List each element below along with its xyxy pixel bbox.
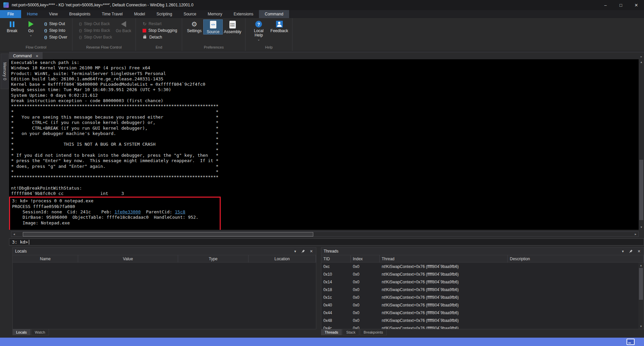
scroll-right-icon[interactable]: ► bbox=[633, 232, 638, 236]
command-input-row[interactable]: 3: kd> bbox=[9, 238, 644, 246]
thread-row[interactable]: 0x100x0nt!KiSwapContext+0x76 (fffff804`9… bbox=[321, 270, 638, 278]
console-line: ****************************************… bbox=[9, 103, 639, 109]
step-over-button[interactable]: {} Step Over bbox=[42, 34, 69, 41]
scroll-up-icon[interactable]: ▲ bbox=[638, 263, 644, 268]
locals-column-name[interactable]: Name bbox=[13, 255, 78, 262]
threads-column-tid[interactable]: TID bbox=[321, 255, 351, 262]
bottom-tab-watch[interactable]: Watch bbox=[31, 329, 49, 335]
menu-tab-view[interactable]: View bbox=[43, 10, 63, 18]
local-help-button[interactable]: ? Local Help ⌄ bbox=[248, 20, 269, 41]
console-line: * If you did not intend to break into th… bbox=[9, 153, 639, 158]
group-label-reverse-flow-control: Reverse Flow Control bbox=[72, 45, 136, 51]
settings-button[interactable]: ⚙ Settings bbox=[185, 20, 204, 33]
threads-scrollbar-thumb[interactable] bbox=[639, 268, 643, 300]
dml-link[interactable]: 1fe0e33000 bbox=[114, 209, 141, 214]
scroll-down-icon[interactable]: ▼ bbox=[639, 224, 644, 230]
step-out-back-button[interactable]: {} Step Out Back bbox=[77, 20, 114, 27]
threads-vertical-scrollbar[interactable]: ▲ ▼ bbox=[638, 263, 644, 329]
restart-button[interactable]: ↻ Restart bbox=[141, 20, 179, 27]
menu-tab-file[interactable]: File bbox=[0, 10, 21, 18]
locals-column-value[interactable]: Value bbox=[78, 255, 178, 262]
bottom-tab-stack[interactable]: Stack bbox=[342, 329, 359, 335]
command-output[interactable]: Executable search path is: Windows 10 Ke… bbox=[9, 59, 639, 230]
thread-cell: 0x0 bbox=[351, 303, 380, 307]
threads-panel-title: Threads bbox=[324, 249, 338, 254]
menu-tab-scripting[interactable]: Scripting bbox=[151, 10, 178, 18]
go-button[interactable]: Go ⌄ bbox=[21, 20, 40, 37]
maximize-button[interactable]: □ bbox=[613, 0, 629, 10]
menu-tab-extensions[interactable]: Extensions bbox=[228, 10, 259, 18]
locals-pin-icon[interactable] bbox=[301, 249, 306, 253]
step-out-button[interactable]: {} Step Out bbox=[42, 20, 69, 27]
thread-row[interactable]: 0x4c0x0nt!KiSwapContext+0x76 (fffff804`9… bbox=[321, 324, 638, 329]
scroll-left-icon[interactable]: ◄ bbox=[11, 232, 17, 236]
stop-debugging-button[interactable]: Stop Debugging bbox=[141, 27, 179, 34]
menu-tab-command[interactable]: Command bbox=[259, 10, 289, 18]
sidebar-tab-memory-0[interactable]: Memory 0 bbox=[1, 54, 9, 89]
menu-tab-source[interactable]: Source bbox=[178, 10, 202, 18]
status-console-icon[interactable] bbox=[627, 339, 635, 345]
bottom-tab-threads[interactable]: Threads bbox=[321, 329, 342, 335]
thread-row[interactable]: 0x480x0nt!KiSwapContext+0x76 (fffff804`9… bbox=[321, 317, 638, 324]
threads-pin-icon[interactable] bbox=[629, 249, 633, 253]
thread-row[interactable]: 0x400x0nt!KiSwapContext+0x76 (fffff804`9… bbox=[321, 301, 638, 309]
thread-row[interactable]: 0xc0x0nt!KiSwapContext+0x76 (fffff804`9b… bbox=[321, 263, 638, 270]
console-vertical-scrollbar[interactable]: ▲ ▼ bbox=[639, 59, 644, 230]
menu-tab-memory[interactable]: Memory bbox=[202, 10, 228, 18]
assembly-button[interactable]: 0101 0101 Assembly bbox=[222, 20, 243, 34]
console-line: * You are seeing this message because yo… bbox=[9, 115, 639, 120]
command-tab-close-icon[interactable]: ✕ bbox=[36, 54, 38, 58]
locals-menu-chevron-icon[interactable]: ▾ bbox=[293, 249, 298, 254]
console-line: Break instruction exception - code 80000… bbox=[9, 98, 639, 103]
bottom-tab-breakpoints[interactable]: Breakpoints bbox=[360, 329, 387, 335]
menu-tab-time-travel[interactable]: Time Travel bbox=[96, 10, 128, 18]
scroll-up-icon[interactable]: ▲ bbox=[639, 59, 644, 65]
console-line bbox=[9, 180, 639, 186]
threads-column-index[interactable]: Index bbox=[351, 255, 380, 262]
threads-column-thread[interactable]: Thread bbox=[380, 255, 508, 262]
console-line: * does, press "g" and "Enter" again. * bbox=[9, 164, 639, 169]
thread-cell: 0x0 bbox=[351, 264, 380, 269]
menu-tab-model[interactable]: Model bbox=[128, 10, 151, 18]
locals-column-location[interactable]: Location bbox=[249, 255, 316, 262]
source-icon: </> bbox=[210, 21, 216, 28]
bottom-tab-locals[interactable]: Locals bbox=[12, 329, 31, 335]
go-back-button[interactable]: Go Back bbox=[114, 20, 133, 33]
console-horizontal-scrollbar[interactable]: ◄ ► bbox=[11, 231, 639, 237]
thread-row[interactable]: 0x440x0nt!KiSwapContext+0x76 (fffff804`9… bbox=[321, 309, 638, 317]
ribbon-group-flow-control: Break Go ⌄ {} Step Out {} Step Into {} S… bbox=[0, 18, 72, 51]
threads-menu-chevron-icon[interactable]: ▾ bbox=[621, 249, 625, 254]
window-controls: – □ ✕ bbox=[598, 0, 644, 10]
thread-cell: nt!KiSwapContext+0x76 (fffff804`9baa9fb6… bbox=[380, 272, 508, 277]
source-button[interactable]: </> Source bbox=[204, 20, 222, 34]
threads-column-description[interactable]: Description bbox=[508, 255, 644, 262]
thread-row[interactable]: 0x140x0nt!KiSwapContext+0x76 (fffff804`9… bbox=[321, 278, 638, 286]
locals-close-icon[interactable]: ✕ bbox=[309, 249, 314, 254]
threads-close-icon[interactable]: ✕ bbox=[637, 249, 641, 254]
local-help-dropdown-chevron[interactable]: ⌄ bbox=[257, 38, 260, 41]
thread-cell: nt!KiSwapContext+0x76 (fffff804`9baa9fb6… bbox=[380, 295, 508, 300]
step-over-back-button[interactable]: {} Step Over Back bbox=[77, 34, 114, 41]
tab-command[interactable]: Command ✕ bbox=[9, 52, 43, 60]
thread-row[interactable]: 0x180x0nt!KiSwapContext+0x76 (fffff804`9… bbox=[321, 286, 638, 293]
go-dropdown-chevron[interactable]: ⌄ bbox=[30, 34, 32, 37]
locals-panel-body[interactable] bbox=[13, 263, 316, 329]
console-scrollbar-thumb[interactable] bbox=[639, 160, 643, 220]
window-menu-chevron-icon[interactable]: ⌄ bbox=[640, 54, 643, 58]
step-into-back-button[interactable]: {} Step Into Back bbox=[77, 27, 114, 34]
locals-column-type[interactable]: Type bbox=[178, 255, 249, 262]
scroll-down-icon[interactable]: ▼ bbox=[638, 324, 644, 329]
console-line: nt!DbgBreakPointWithStatus: bbox=[9, 186, 639, 191]
break-button[interactable]: Break bbox=[3, 20, 21, 33]
dml-link[interactable]: 15c8 bbox=[175, 209, 185, 214]
feedback-button[interactable]: Feedback bbox=[269, 20, 289, 33]
detach-button[interactable]: Detach bbox=[141, 34, 179, 41]
hscroll-thumb[interactable] bbox=[23, 232, 313, 236]
close-button[interactable]: ✕ bbox=[629, 0, 644, 10]
minimize-button[interactable]: – bbox=[598, 0, 613, 10]
thread-row[interactable]: 0x1c0x0nt!KiSwapContext+0x76 (fffff804`9… bbox=[321, 293, 638, 301]
menu-tab-breakpoints[interactable]: Breakpoints bbox=[63, 10, 96, 18]
hscroll-track[interactable] bbox=[17, 232, 633, 236]
menu-tab-home[interactable]: Home bbox=[21, 10, 43, 18]
step-into-button[interactable]: {} Step Into bbox=[42, 27, 69, 34]
